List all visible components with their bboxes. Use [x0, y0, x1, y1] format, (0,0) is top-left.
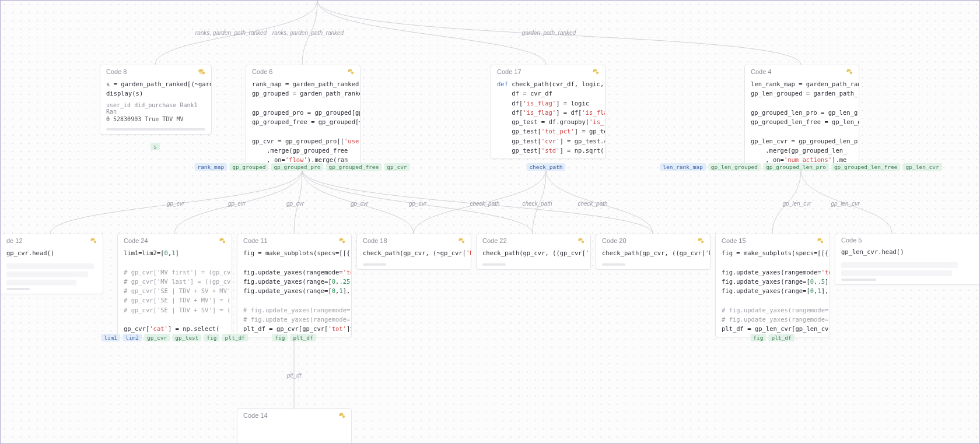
node-code-6[interactable]: Code 6 rank_map = garden_path_ranked[ra …: [246, 65, 360, 168]
edge-label: plt_df: [287, 372, 301, 379]
node-code-14[interactable]: Code 14: [237, 408, 352, 444]
output-pill: fig: [272, 334, 288, 341]
scrollbar[interactable]: [482, 263, 506, 266]
node-code-20[interactable]: Code 20 check_path(gp_cvr, ((gp_cvr['Ra: [596, 234, 710, 270]
node-title: de 12: [6, 237, 23, 244]
output-pill: gp_grouped_pro: [271, 163, 323, 171]
edge-label: check_path: [470, 200, 499, 207]
node-title: Code 17: [497, 68, 522, 75]
node-outputs: lim1lim2gp_cvrgp_testfigplt_df: [100, 332, 249, 342]
scrollbar[interactable]: [602, 263, 625, 266]
code-body: check_path(gp_cvr, ((gp_cvr['fl: [477, 246, 590, 261]
python-icon: [457, 237, 465, 245]
node-code-17[interactable]: Code 17 def check_path(cvr_df, logic, t …: [491, 65, 606, 159]
output-pill: gp_cvr: [144, 334, 170, 341]
scrollbar[interactable]: [841, 279, 876, 281]
edge-label: ranks, garden_path_ranked: [272, 30, 344, 36]
node-code-18[interactable]: Code 18 check_path(gp_cvr, (~gp_cvr['Ra: [356, 234, 471, 270]
node-code-24[interactable]: Code 24 lim1=lim2=[0,1] # gp_cvr['MV fir…: [117, 234, 232, 337]
edge-label: gp_len_cvr: [783, 200, 811, 207]
code-body: def check_path(cvr_df, logic, t df = cvr…: [491, 77, 605, 158]
output-pill: gp_len_grouped: [708, 163, 761, 171]
output-pill: rank_map: [194, 163, 227, 171]
output-pill: plt_df: [290, 334, 316, 341]
python-icon: [218, 237, 226, 245]
code-body: fig = make_subplots(specs=[[{'se fig.upd…: [237, 246, 351, 337]
node-title: Code 11: [243, 237, 268, 244]
output-pill: fig: [204, 334, 219, 341]
output-pill: check_path: [526, 163, 565, 171]
node-outputs: len_rank_mapgp_len_groupedgp_grouped_len…: [659, 161, 943, 171]
edge-label: gp_cvr: [286, 200, 304, 207]
output-pill: gp_test: [172, 334, 201, 341]
code-body: check_path(gp_cvr, ((gp_cvr['Ra: [596, 246, 710, 261]
scrollbar[interactable]: [363, 263, 386, 266]
dag-canvas[interactable]: ranks, garden_path_ranked ranks, garden_…: [0, 0, 980, 444]
node-outputs: figplt_df: [271, 332, 317, 342]
edge-label: garden_path_ranked: [522, 30, 576, 36]
scrollbar[interactable]: [6, 288, 30, 290]
node-title: Code 8: [106, 68, 127, 75]
edge-label: gp_cvr: [167, 200, 184, 207]
scrollbar[interactable]: [106, 128, 205, 131]
node-outputs: s: [149, 140, 161, 151]
output-pill: gp_cvr: [384, 163, 410, 171]
python-icon: [816, 237, 824, 245]
python-icon: [337, 411, 345, 420]
output-pill: lim2: [123, 334, 142, 341]
code-body: s = garden_path_ranked[(~garden display(…: [100, 77, 211, 102]
node-code-12[interactable]: de 12 gp_cvr.head(): [1, 234, 103, 294]
output-pill: plt_df: [222, 334, 248, 341]
edge-label: gp_cvr: [409, 200, 426, 207]
node-code-11[interactable]: Code 11 fig = make_subplots(specs=[[{'se…: [237, 234, 352, 337]
node-code-4[interactable]: Code 4 len_rank_map = garden_path_ranke …: [744, 65, 859, 168]
node-title: Code 15: [722, 237, 746, 244]
node-title: Code 5: [841, 237, 862, 244]
node-title: Code 14: [243, 412, 268, 419]
edge-label: gp_cvr: [228, 200, 246, 207]
edge-label: check_path: [578, 200, 607, 207]
node-title: Code 20: [602, 237, 626, 244]
python-icon: [696, 237, 704, 245]
node-title: Code 24: [124, 237, 148, 244]
output-pill: lim1: [101, 334, 120, 341]
python-icon: [337, 237, 345, 245]
edge-label: ranks, garden_path_ranked: [195, 30, 267, 36]
node-code-22[interactable]: Code 22 check_path(gp_cvr, ((gp_cvr['fl: [476, 234, 591, 270]
node-outputs: figplt_df: [749, 332, 796, 342]
node-outputs: rank_mapgp_groupedgp_grouped_progp_group…: [193, 161, 411, 171]
code-body: fig = make_subplots(specs=[[{'se fig.upd…: [716, 246, 830, 337]
output-table: user_id did_purchase Rank1 Ran 0 5283090…: [100, 102, 211, 126]
node-code-8[interactable]: Code 8 s = garden_path_ranked[(~garden d…: [100, 65, 212, 135]
node-title: Code 4: [751, 68, 771, 75]
code-body: gp_cvr.head(): [1, 246, 103, 261]
python-icon: [89, 237, 97, 245]
node-title: Code 18: [363, 237, 387, 244]
node-title: Code 6: [252, 68, 272, 75]
output-pill: fig: [750, 334, 766, 341]
code-body: gp_len_cvr.head(): [835, 245, 980, 260]
node-code-5[interactable]: Code 5 gp_len_cvr.head(): [835, 234, 980, 285]
edge-label: check_path: [522, 200, 552, 207]
output-pill: gp_grouped_len_pro: [763, 163, 829, 171]
output-pill: gp_len_cvr: [903, 163, 942, 171]
output-pill: plt_df: [768, 334, 794, 341]
output-pill: gp_grouped: [229, 163, 268, 171]
code-body: rank_map = garden_path_ranked[ra gp_grou…: [246, 77, 360, 168]
output-pill: s: [150, 143, 160, 150]
code-body: lim1=lim2=[0,1] # gp_cvr['MV first'] = (…: [118, 246, 232, 337]
node-outputs: check_path: [525, 161, 566, 171]
output-pill: len_rank_map: [660, 163, 706, 171]
python-icon: [197, 68, 205, 76]
python-icon: [346, 68, 354, 76]
output-pill: gp_grouped_len_free: [831, 163, 901, 171]
python-icon: [591, 68, 599, 76]
python-icon: [845, 68, 853, 76]
code-body: check_path(gp_cvr, (~gp_cvr['Ra: [357, 246, 471, 261]
edge-label: gp_len_cvr: [831, 200, 860, 207]
output-pill: gp_grouped_free: [326, 163, 382, 171]
edge-label: gp_cvr: [351, 200, 368, 207]
node-title: Code 22: [482, 237, 507, 244]
node-code-15[interactable]: Code 15 fig = make_subplots(specs=[[{'se…: [715, 234, 830, 337]
python-icon: [576, 237, 584, 245]
